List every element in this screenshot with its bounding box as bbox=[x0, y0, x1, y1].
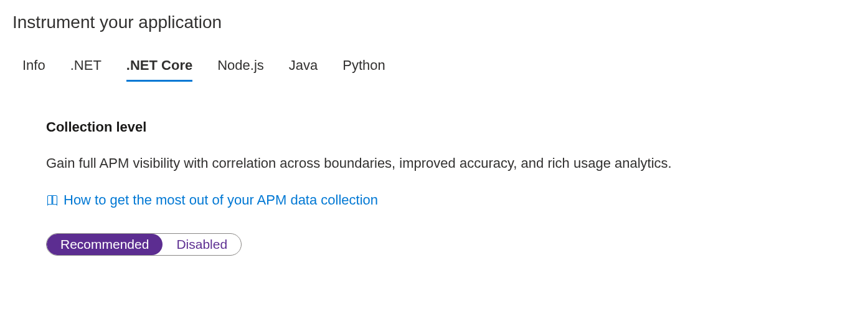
toggle-disabled[interactable]: Disabled bbox=[163, 234, 241, 255]
content-panel: Collection level Gain full APM visibilit… bbox=[12, 119, 856, 256]
tab-python[interactable]: Python bbox=[342, 57, 385, 82]
collection-level-toggle: Recommended Disabled bbox=[46, 233, 242, 256]
toggle-recommended[interactable]: Recommended bbox=[47, 234, 163, 255]
collection-level-description: Gain full APM visibility with correlatio… bbox=[46, 154, 856, 173]
apm-doc-link[interactable]: How to get the most out of your APM data… bbox=[46, 192, 378, 208]
tab-info[interactable]: Info bbox=[22, 57, 45, 82]
tab-dotnet[interactable]: .NET bbox=[70, 57, 101, 82]
tabs: Info .NET .NET Core Node.js Java Python bbox=[12, 57, 856, 82]
apm-doc-link-text: How to get the most out of your APM data… bbox=[64, 192, 378, 208]
book-icon bbox=[46, 194, 59, 206]
page-title: Instrument your application bbox=[12, 12, 856, 32]
tab-dotnet-core[interactable]: .NET Core bbox=[126, 57, 192, 82]
tab-java[interactable]: Java bbox=[289, 57, 318, 82]
collection-level-heading: Collection level bbox=[46, 119, 856, 135]
tab-nodejs[interactable]: Node.js bbox=[217, 57, 264, 82]
